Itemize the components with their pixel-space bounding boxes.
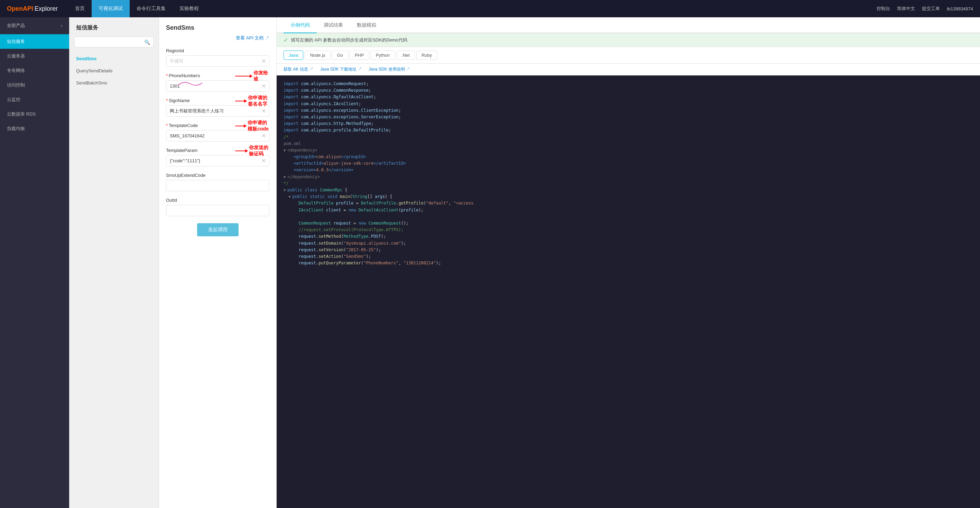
- service-item-querysenddetails[interactable]: QuerySendDetails: [69, 65, 159, 77]
- input-outid[interactable]: [166, 205, 269, 216]
- tab-example-code[interactable]: 示例代码: [283, 17, 317, 33]
- nav-home[interactable]: 首页: [68, 0, 92, 17]
- sidebar-item-slb[interactable]: 负载均衡: [0, 121, 69, 136]
- language-switch[interactable]: 简体中文: [897, 6, 915, 12]
- input-wrapper-templateparam: ✕ 你发送的验证码: [166, 155, 269, 166]
- input-wrapper-outid: [166, 205, 269, 216]
- right-items: 控制台 简体中文 提交工单 tb139934974: [877, 6, 973, 12]
- search-icon[interactable]: 🔍: [144, 40, 150, 45]
- nav-cli-tools[interactable]: 命令行工具集: [130, 0, 173, 17]
- service-panel: 短信服务 🔍 SendSms QuerySendDetails SendBatc…: [69, 17, 159, 508]
- chevron-right-icon: ›: [61, 23, 62, 28]
- submit-button[interactable]: 发起调用: [197, 223, 239, 236]
- main-layout: 全部产品 › 短信服务 云服务器 专有网络 访问控制 云监控 云数据库 RDS …: [0, 17, 980, 508]
- label-templateparam: TemplateParam: [166, 148, 269, 153]
- code-info-bar: ✓ 填写左侧的 API 参数会自动同步生成对应SDK的Demo代码: [277, 33, 980, 47]
- code-content[interactable]: import com.aliyuncs.CommonRequest; impor…: [277, 75, 980, 508]
- label-regionid: RegionId: [166, 48, 269, 53]
- label-outid: OutId: [166, 198, 269, 203]
- required-marker: *: [166, 98, 168, 103]
- service-item-sendsms[interactable]: SendSms: [69, 53, 159, 65]
- clear-signname-icon[interactable]: ✕: [261, 108, 266, 114]
- service-search: 🔍: [74, 37, 154, 47]
- logo-explorer: Explorer: [35, 5, 58, 13]
- field-templateparam: TemplateParam ✕ 你发送的验证码: [166, 148, 269, 166]
- input-templateparam[interactable]: [166, 155, 269, 166]
- clear-regionid-icon[interactable]: ✕: [261, 58, 266, 64]
- lang-tab-python[interactable]: Python: [371, 51, 395, 60]
- service-item-sendbatchsms[interactable]: SendBatchSms: [69, 77, 159, 89]
- check-circle-icon: ✓: [283, 37, 288, 43]
- input-smsupextendcode[interactable]: [166, 180, 269, 192]
- sidebar-item-cloudmonitor[interactable]: 云监控: [0, 93, 69, 107]
- api-link-anchor[interactable]: 查看 API 文档 ↗: [236, 35, 269, 40]
- field-regionid: RegionId ✕: [166, 48, 269, 67]
- tab-data-mock[interactable]: 数据模拟: [350, 17, 383, 33]
- code-panel: 示例代码 调试结果 数据模拟 ✓ 填写左侧的 API 参数会自动同步生成对应SD…: [277, 17, 980, 508]
- input-regionid[interactable]: [166, 55, 269, 67]
- field-phonenumbers: * PhoneNumbers ✕ 你发给谁: [166, 73, 269, 92]
- tab-debug-result[interactable]: 调试结果: [317, 17, 350, 33]
- api-doc-link[interactable]: 查看 API 文档 ↗: [166, 35, 269, 41]
- input-phonenumbers[interactable]: [166, 80, 269, 92]
- clear-phonenumbers-icon[interactable]: ✕: [261, 83, 266, 89]
- sidebar-item-rds[interactable]: 云数据库 RDS: [0, 107, 69, 121]
- code-block: import com.aliyuncs.CommonRequest; impor…: [283, 81, 973, 267]
- all-products-label: 全部产品: [7, 22, 25, 29]
- field-smsupextendcode: SmsUpExtendCode: [166, 173, 269, 192]
- lang-tab-ruby[interactable]: Ruby: [416, 51, 437, 60]
- sidebar-item-vpc[interactable]: 专有网络: [0, 63, 69, 78]
- sdk-links: 获取 AK 信息 ↗ Java SDK 下载地址 ↗ Java SDK 使用说明…: [277, 64, 980, 75]
- sidebar-item-sms[interactable]: 短信服务: [0, 34, 69, 49]
- user-account[interactable]: tb139934974: [947, 6, 973, 11]
- label-smsupextendcode: SmsUpExtendCode: [166, 173, 269, 178]
- ak-info-link[interactable]: 获取 AK 信息 ↗: [283, 66, 313, 72]
- logo: OpenAPI Explorer: [7, 5, 58, 13]
- clear-templateparam-icon[interactable]: ✕: [261, 157, 266, 164]
- java-sdk-download-link[interactable]: Java SDK 下载地址 ↗: [320, 66, 362, 72]
- input-wrapper-signname: ✕ 你申请的签名名字: [166, 105, 269, 117]
- form-title: SendSms: [166, 24, 269, 32]
- label-phonenumbers: * PhoneNumbers: [166, 73, 269, 78]
- lang-tab-java[interactable]: Java: [283, 51, 303, 60]
- nav-tutorials[interactable]: 实验教程: [173, 0, 206, 17]
- left-sidebar: 全部产品 › 短信服务 云服务器 专有网络 访问控制 云监控 云数据库 RDS …: [0, 17, 69, 508]
- input-wrapper-phonenumbers: ✕ 你发给谁: [166, 80, 269, 92]
- form-panel: SendSms 查看 API 文档 ↗ RegionId ✕ * PhoneNu…: [159, 17, 277, 508]
- all-products-toggle[interactable]: 全部产品 ›: [0, 17, 69, 34]
- input-wrapper-templatecode: ✕ 你申请的模板code: [166, 130, 269, 142]
- sidebar-item-ecs[interactable]: 云服务器: [0, 49, 69, 63]
- input-signname[interactable]: [166, 105, 269, 117]
- nav-items: 首页 可视化调试 命令行工具集 实验教程: [68, 0, 877, 17]
- console-link[interactable]: 控制台: [877, 6, 890, 12]
- input-wrapper-smsupextendcode: [166, 180, 269, 192]
- input-templatecode[interactable]: [166, 130, 269, 142]
- field-outid: OutId: [166, 198, 269, 216]
- code-info-message: 填写左侧的 API 参数会自动同步生成对应SDK的Demo代码: [291, 37, 407, 43]
- lang-tab-php[interactable]: PHP: [350, 51, 369, 60]
- nav-visual-debug[interactable]: 可视化调试: [92, 0, 130, 17]
- top-navigation: OpenAPI Explorer 首页 可视化调试 命令行工具集 实验教程 控制…: [0, 0, 980, 17]
- sidebar-item-ram[interactable]: 访问控制: [0, 78, 69, 93]
- label-signname: * SignName: [166, 98, 269, 103]
- lang-tab-go[interactable]: Go: [332, 51, 348, 60]
- logo-openapi: OpenAPI: [7, 5, 33, 13]
- lang-tab-dotnet[interactable]: .Net: [396, 51, 415, 60]
- input-wrapper-regionid: ✕: [166, 55, 269, 67]
- clear-templatecode-icon[interactable]: ✕: [261, 133, 266, 139]
- field-templatecode: * TemplateCode ✕ 你申请的模板code: [166, 123, 269, 142]
- submit-ticket[interactable]: 提交工单: [922, 6, 940, 12]
- code-panel-tabs: 示例代码 调试结果 数据模拟: [277, 17, 980, 33]
- required-marker: *: [166, 123, 168, 128]
- required-marker: *: [166, 73, 168, 78]
- lang-tabs: Java Node.js Go PHP Python .Net Ruby: [277, 47, 980, 64]
- java-sdk-docs-link[interactable]: Java SDK 使用说明 ↗: [369, 66, 410, 72]
- lang-tab-nodejs[interactable]: Node.js: [305, 51, 330, 60]
- label-templatecode: * TemplateCode: [166, 123, 269, 128]
- service-search-input[interactable]: [74, 37, 154, 47]
- service-panel-title: 短信服务: [69, 17, 159, 37]
- field-signname: * SignName ✕ 你申请的签名名字: [166, 98, 269, 117]
